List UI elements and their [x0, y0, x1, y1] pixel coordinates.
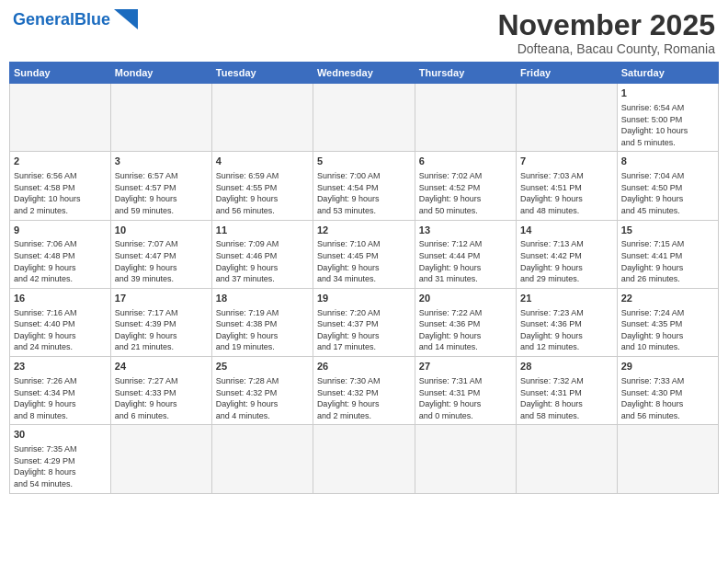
- calendar-cell: 24Sunrise: 7:27 AM Sunset: 4:33 PM Dayli…: [110, 357, 211, 425]
- calendar-cell: [313, 425, 415, 493]
- title-area: November 2025 Dofteana, Bacau County, Ro…: [497, 9, 715, 56]
- day-info: Sunrise: 7:12 AM Sunset: 4:44 PM Dayligh…: [419, 238, 512, 284]
- day-info: Sunrise: 7:09 AM Sunset: 4:46 PM Dayligh…: [216, 238, 309, 284]
- day-info: Sunrise: 7:32 AM Sunset: 4:31 PM Dayligh…: [520, 375, 613, 421]
- calendar-cell: [211, 425, 313, 493]
- calendar-cell: 25Sunrise: 7:28 AM Sunset: 4:32 PM Dayli…: [211, 357, 313, 425]
- calendar-cell: [110, 425, 211, 493]
- calendar-cell: 5Sunrise: 7:00 AM Sunset: 4:54 PM Daylig…: [313, 152, 415, 220]
- calendar-week-row: 16Sunrise: 7:16 AM Sunset: 4:40 PM Dayli…: [10, 288, 719, 356]
- day-info: Sunrise: 7:03 AM Sunset: 4:51 PM Dayligh…: [520, 170, 613, 216]
- day-number: 28: [520, 360, 613, 373]
- calendar-cell: [517, 84, 618, 152]
- calendar-cell: 18Sunrise: 7:19 AM Sunset: 4:38 PM Dayli…: [211, 288, 313, 356]
- calendar-week-row: 9Sunrise: 7:06 AM Sunset: 4:48 PM Daylig…: [10, 220, 719, 288]
- calendar-cell: 29Sunrise: 7:33 AM Sunset: 4:30 PM Dayli…: [617, 357, 718, 425]
- day-info: Sunrise: 7:00 AM Sunset: 4:54 PM Dayligh…: [317, 170, 411, 216]
- calendar-cell: 13Sunrise: 7:12 AM Sunset: 4:44 PM Dayli…: [415, 220, 516, 288]
- calendar-cell: 11Sunrise: 7:09 AM Sunset: 4:46 PM Dayli…: [211, 220, 313, 288]
- calendar-week-row: 1Sunrise: 6:54 AM Sunset: 5:00 PM Daylig…: [10, 84, 719, 152]
- day-info: Sunrise: 7:10 AM Sunset: 4:45 PM Dayligh…: [317, 238, 411, 284]
- calendar-cell: 12Sunrise: 7:10 AM Sunset: 4:45 PM Dayli…: [313, 220, 415, 288]
- calendar-cell: [110, 84, 211, 152]
- day-number: 16: [14, 292, 107, 305]
- weekday-header-monday: Monday: [110, 63, 211, 84]
- day-info: Sunrise: 7:24 AM Sunset: 4:35 PM Dayligh…: [621, 307, 714, 353]
- calendar-week-row: 23Sunrise: 7:26 AM Sunset: 4:34 PM Dayli…: [10, 357, 719, 425]
- day-info: Sunrise: 7:13 AM Sunset: 4:42 PM Dayligh…: [520, 238, 613, 284]
- weekday-header-thursday: Thursday: [415, 63, 516, 84]
- calendar-header-row: SundayMondayTuesdayWednesdayThursdayFrid…: [10, 63, 719, 84]
- day-info: Sunrise: 6:56 AM Sunset: 4:58 PM Dayligh…: [14, 170, 107, 216]
- day-info: Sunrise: 7:23 AM Sunset: 4:36 PM Dayligh…: [520, 307, 613, 353]
- day-number: 29: [621, 360, 714, 373]
- day-info: Sunrise: 7:35 AM Sunset: 4:29 PM Dayligh…: [14, 443, 107, 489]
- day-info: Sunrise: 7:19 AM Sunset: 4:38 PM Dayligh…: [216, 307, 309, 353]
- calendar-cell: 2Sunrise: 6:56 AM Sunset: 4:58 PM Daylig…: [10, 152, 111, 220]
- calendar-cell: 14Sunrise: 7:13 AM Sunset: 4:42 PM Dayli…: [517, 220, 618, 288]
- calendar-cell: [415, 425, 516, 493]
- day-number: 21: [520, 292, 613, 305]
- calendar-cell: 23Sunrise: 7:26 AM Sunset: 4:34 PM Dayli…: [10, 357, 111, 425]
- day-number: 5: [317, 155, 411, 168]
- calendar-cell: 6Sunrise: 7:02 AM Sunset: 4:52 PM Daylig…: [415, 152, 516, 220]
- calendar-week-row: 2Sunrise: 6:56 AM Sunset: 4:58 PM Daylig…: [10, 152, 719, 220]
- day-number: 1: [621, 86, 714, 100]
- logo-general: General: [13, 10, 74, 29]
- day-info: Sunrise: 7:27 AM Sunset: 4:33 PM Dayligh…: [115, 375, 208, 421]
- day-info: Sunrise: 7:30 AM Sunset: 4:32 PM Dayligh…: [317, 375, 411, 421]
- logo-text: GeneralBlue: [13, 11, 110, 28]
- day-number: 24: [115, 360, 208, 373]
- day-info: Sunrise: 7:26 AM Sunset: 4:34 PM Dayligh…: [14, 375, 107, 421]
- day-number: 7: [520, 155, 613, 168]
- day-info: Sunrise: 6:57 AM Sunset: 4:57 PM Dayligh…: [115, 170, 208, 216]
- day-number: 19: [317, 292, 411, 305]
- day-info: Sunrise: 7:17 AM Sunset: 4:39 PM Dayligh…: [115, 307, 208, 353]
- calendar-cell: [617, 425, 718, 493]
- calendar-cell: 30Sunrise: 7:35 AM Sunset: 4:29 PM Dayli…: [10, 425, 111, 493]
- logo-icon: [114, 9, 138, 29]
- calendar-week-row: 30Sunrise: 7:35 AM Sunset: 4:29 PM Dayli…: [10, 425, 719, 493]
- day-info: Sunrise: 7:33 AM Sunset: 4:30 PM Dayligh…: [621, 375, 714, 421]
- calendar-cell: 10Sunrise: 7:07 AM Sunset: 4:47 PM Dayli…: [110, 220, 211, 288]
- calendar-cell: [10, 84, 111, 152]
- calendar-cell: 9Sunrise: 7:06 AM Sunset: 4:48 PM Daylig…: [10, 220, 111, 288]
- day-number: 3: [115, 155, 208, 168]
- day-info: Sunrise: 7:06 AM Sunset: 4:48 PM Dayligh…: [14, 238, 107, 284]
- day-number: 27: [419, 360, 512, 373]
- day-number: 10: [115, 224, 208, 237]
- day-number: 23: [14, 360, 107, 373]
- month-title: November 2025: [497, 9, 715, 41]
- calendar-cell: 15Sunrise: 7:15 AM Sunset: 4:41 PM Dayli…: [617, 220, 718, 288]
- day-number: 20: [419, 292, 512, 305]
- day-number: 13: [419, 224, 512, 237]
- calendar-cell: 4Sunrise: 6:59 AM Sunset: 4:55 PM Daylig…: [211, 152, 313, 220]
- weekday-header-sunday: Sunday: [10, 63, 111, 84]
- day-info: Sunrise: 7:28 AM Sunset: 4:32 PM Dayligh…: [216, 375, 309, 421]
- calendar-cell: 26Sunrise: 7:30 AM Sunset: 4:32 PM Dayli…: [313, 357, 415, 425]
- day-info: Sunrise: 7:07 AM Sunset: 4:47 PM Dayligh…: [115, 238, 208, 284]
- day-number: 18: [216, 292, 309, 305]
- day-number: 22: [621, 292, 714, 305]
- logo-blue: Blue: [74, 10, 110, 29]
- day-number: 15: [621, 224, 714, 237]
- day-info: Sunrise: 7:22 AM Sunset: 4:36 PM Dayligh…: [419, 307, 512, 353]
- day-info: Sunrise: 6:54 AM Sunset: 5:00 PM Dayligh…: [621, 102, 714, 148]
- calendar-cell: [313, 84, 415, 152]
- day-number: 26: [317, 360, 411, 373]
- day-info: Sunrise: 7:31 AM Sunset: 4:31 PM Dayligh…: [419, 375, 512, 421]
- day-number: 17: [115, 292, 208, 305]
- calendar-cell: 20Sunrise: 7:22 AM Sunset: 4:36 PM Dayli…: [415, 288, 516, 356]
- day-info: Sunrise: 6:59 AM Sunset: 4:55 PM Dayligh…: [216, 170, 309, 216]
- day-number: 30: [14, 428, 107, 442]
- page-header: GeneralBlue November 2025 Dofteana, Baca…: [9, 9, 719, 56]
- logo: GeneralBlue: [13, 9, 138, 29]
- calendar-cell: [517, 425, 618, 493]
- weekday-header-friday: Friday: [517, 63, 618, 84]
- calendar-cell: 16Sunrise: 7:16 AM Sunset: 4:40 PM Dayli…: [10, 288, 111, 356]
- subtitle: Dofteana, Bacau County, Romania: [497, 41, 715, 56]
- calendar-cell: 27Sunrise: 7:31 AM Sunset: 4:31 PM Dayli…: [415, 357, 516, 425]
- calendar-cell: 21Sunrise: 7:23 AM Sunset: 4:36 PM Dayli…: [517, 288, 618, 356]
- day-number: 12: [317, 224, 411, 237]
- day-number: 14: [520, 224, 613, 237]
